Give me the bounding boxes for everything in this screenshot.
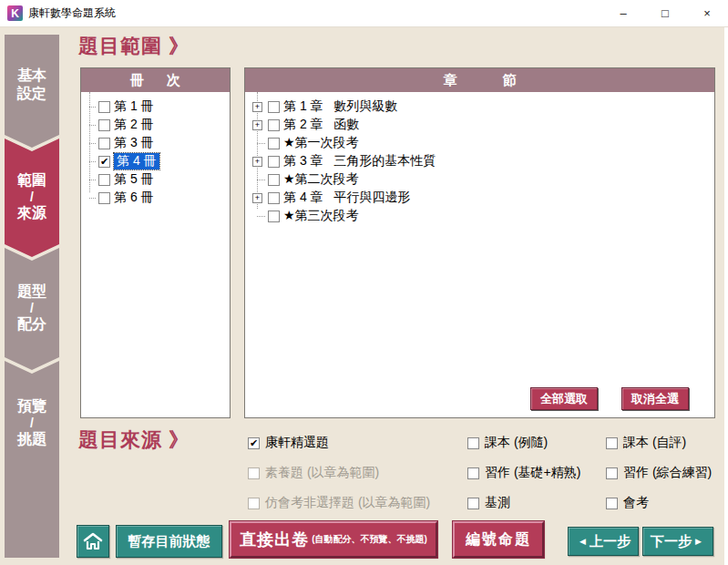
volume-checkbox-4[interactable]: ✔ (98, 156, 110, 168)
source-checkbox-textbook-selfeval[interactable] (606, 437, 618, 449)
volume-checkbox-2[interactable] (98, 119, 110, 131)
source-section-title: 題目來源 》 (78, 426, 190, 454)
chapter-checkbox-2[interactable] (268, 119, 280, 131)
chapter-row-4[interactable]: + 第 3 章 三角形的基本性質 (245, 152, 714, 170)
select-all-button[interactable]: 全部選取 (530, 387, 598, 410)
minimize-button[interactable]: – (602, 0, 644, 27)
tab-question-type-score[interactable]: 題型 / 配分 (5, 248, 59, 370)
source-label: 課本 (例隨) (485, 435, 548, 451)
source-label: 課本 (自評) (623, 435, 686, 451)
source-label: 基測 (485, 495, 510, 511)
source-label: 會考 (623, 495, 649, 511)
expand-icon[interactable]: + (252, 120, 262, 130)
source-label: 康軒精選題 (265, 435, 329, 451)
numbered-question-label: 編號命題 (466, 530, 531, 550)
source-checkbox-textbook-example[interactable] (467, 437, 479, 449)
tree-stub (257, 216, 265, 217)
tab-range-source[interactable]: 範圍 / 來源 (5, 139, 59, 257)
volume-checkbox-6[interactable] (98, 192, 110, 204)
chapter-row-5[interactable]: ★第二次段考 (245, 170, 714, 189)
tree-stub (89, 180, 96, 180)
chapter-label: 第 2 章 函數 (283, 117, 359, 133)
volume-checkbox-1[interactable] (98, 101, 110, 113)
next-step-label: 下一步 (651, 533, 692, 550)
volume-label: 第 2 冊 (114, 117, 154, 133)
tab-basic-settings[interactable]: 基本 設定 (5, 35, 59, 148)
tab-label: / (30, 301, 34, 315)
chapter-checkbox-6[interactable] (268, 192, 280, 204)
home-button[interactable] (77, 525, 109, 558)
app-logo-icon: K (7, 5, 23, 21)
prev-step-button[interactable]: ◀ 上一步 (568, 527, 639, 556)
source-label: 習作 (綜合練習) (623, 465, 712, 481)
tab-label: 基本 (17, 67, 46, 85)
maximize-button[interactable]: □ (644, 0, 686, 27)
volume-row-5[interactable]: 第 5 冊 (81, 170, 230, 189)
tab-label: 設定 (17, 85, 46, 103)
chapter-row-1[interactable]: + 第 1 章 數列與級數 (245, 98, 714, 116)
source-checkbox-captest[interactable] (606, 498, 618, 509)
chapter-label: 第 1 章 數列與級數 (283, 98, 397, 115)
chapter-row-2[interactable]: + 第 2 章 函數 (245, 116, 714, 134)
chapter-label: 第 4 章 平行與四邊形 (283, 190, 410, 206)
numbered-question-button[interactable]: 編號命題 (453, 521, 544, 558)
source-workbook-basic[interactable]: 習作 (基礎+精熟) (467, 464, 580, 482)
expand-icon[interactable]: + (252, 157, 262, 167)
source-khselect[interactable]: ✔ 康軒精選題 (248, 434, 329, 452)
expand-icon[interactable]: + (252, 102, 262, 112)
arrow-right-icon: ▶ (695, 537, 702, 546)
chapter-row-3[interactable]: ★第一次段考 (245, 134, 714, 152)
source-workbook-comprehensive[interactable]: 習作 (綜合練習) (606, 464, 712, 482)
source-label: 素養題 (以章為範圍) (265, 465, 379, 481)
volume-checkbox-3[interactable] (98, 138, 110, 149)
chapter-label: ★第一次段考 (283, 135, 359, 151)
chapter-checkbox-7[interactable] (268, 211, 280, 222)
source-checkbox-workbook-comprehensive[interactable] (606, 467, 618, 479)
source-checkbox-mock-nonchoice (248, 498, 260, 509)
volume-label: 第 5 冊 (114, 171, 154, 188)
volume-checkbox-5[interactable] (98, 174, 110, 186)
tab-label: 預覽 (17, 397, 46, 416)
chapter-row-7[interactable]: ★第三次段考 (245, 207, 714, 225)
volume-row-3[interactable]: 第 3 冊 (81, 134, 230, 152)
tab-label: 挑題 (17, 430, 46, 448)
chapter-checkbox-4[interactable] (268, 156, 280, 168)
tree-stub (89, 107, 96, 108)
chapter-row-6[interactable]: + 第 4 章 平行與四邊形 (245, 189, 714, 207)
tab-label: 配分 (17, 315, 46, 334)
arrow-left-icon: ◀ (579, 537, 586, 546)
direct-output-label: 直接出卷 (240, 529, 309, 550)
maximize-icon: □ (661, 6, 669, 20)
chapter-checkbox-5[interactable] (268, 174, 280, 186)
direct-output-button[interactable]: 直接出卷 (自動配分、不預覽、不挑題) (230, 521, 437, 558)
expand-icon[interactable]: + (252, 193, 262, 203)
chapter-label: ★第二次段考 (283, 171, 359, 188)
source-captest[interactable]: 會考 (606, 494, 649, 512)
chapter-label: ★第三次段考 (283, 208, 359, 224)
deselect-all-button[interactable]: 取消全選 (621, 387, 689, 410)
source-bctest[interactable]: 基測 (467, 494, 510, 512)
tab-label: 來源 (17, 204, 46, 222)
save-state-button[interactable]: 暫存目前狀態 (116, 525, 222, 558)
source-checkbox-workbook-basic[interactable] (467, 467, 479, 479)
source-checkbox-bctest[interactable] (467, 498, 479, 509)
chapter-checkbox-1[interactable] (268, 101, 280, 113)
tab-label: 範圍 (17, 171, 46, 190)
volume-row-4[interactable]: ✔ 第 4 冊 (81, 152, 230, 170)
save-state-label: 暫存目前狀態 (128, 533, 210, 550)
source-textbook-selfeval[interactable]: 課本 (自評) (606, 434, 686, 452)
next-step-button[interactable]: 下一步 ▶ (642, 527, 713, 556)
tree-stub (257, 143, 265, 144)
close-button[interactable]: × (686, 0, 728, 27)
volume-label: 第 6 冊 (114, 190, 154, 206)
source-label: 習作 (基礎+精熟) (485, 465, 580, 481)
source-textbook-example[interactable]: 課本 (例隨) (467, 434, 548, 452)
volume-row-1[interactable]: 第 1 冊 (81, 98, 230, 116)
source-checkbox-khselect[interactable]: ✔ (248, 437, 260, 449)
volume-label-selected: 第 4 冊 (114, 153, 159, 170)
chapter-checkbox-3[interactable] (268, 138, 280, 149)
volume-row-6[interactable]: 第 6 冊 (81, 189, 230, 207)
title-bar: K 康軒數學命題系統 – □ × (0, 0, 728, 27)
tab-preview-pick[interactable]: 預覽 / 挑題 (5, 361, 59, 558)
volume-row-2[interactable]: 第 2 冊 (81, 116, 230, 134)
